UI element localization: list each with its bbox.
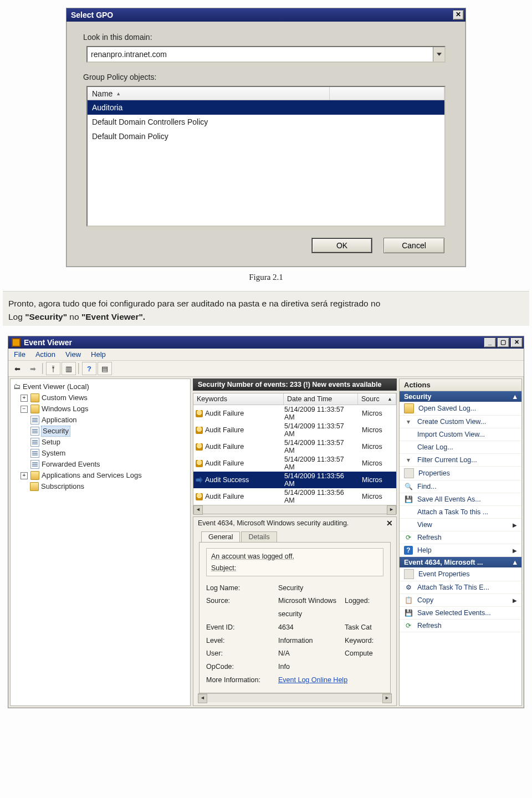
options-icon[interactable]: ▤ (98, 362, 112, 375)
forward-icon[interactable]: ➡ (25, 362, 40, 375)
action-attach-task-event[interactable]: ⚙Attach Task To This E... (400, 581, 521, 594)
list-item[interactable]: Auditoria (88, 100, 444, 115)
tree-item-setup[interactable]: Setup (29, 437, 189, 448)
up-icon[interactable]: ⭱ (46, 362, 60, 375)
section-label: Security (404, 393, 431, 401)
maximize-icon[interactable]: ▢ (497, 337, 509, 347)
action-filter-log[interactable]: ▾Filter Current Log... (400, 454, 521, 467)
help-icon: ? (404, 546, 413, 555)
tree-item-application[interactable]: Application (29, 415, 189, 426)
tree-item-forwarded[interactable]: Forwarded Events (29, 459, 189, 470)
action-help[interactable]: ?Help▶ (400, 544, 521, 557)
expand-icon[interactable]: + (21, 472, 28, 479)
actions-pane: Actions Security ▴ Open Saved Log... ▾Cr… (399, 378, 522, 706)
msg-line: Subject: (211, 562, 378, 574)
nav-tree: 🗂 Event Viewer (Local) + Custom Views − … (10, 378, 191, 706)
field-label: Event ID: (206, 621, 278, 635)
table-row[interactable]: Audit Failure5/14/2009 11:33:57 AMMicros (193, 405, 396, 422)
list-item[interactable]: Default Domain Controllers Policy (88, 115, 444, 129)
expand-icon[interactable]: + (21, 395, 28, 402)
action-refresh-2[interactable]: ⟳Refresh (400, 620, 521, 632)
dialog-title: Select GPO (71, 11, 113, 19)
col-datetime[interactable]: Date and Time (284, 393, 358, 405)
back-icon[interactable]: ⬅ (10, 362, 24, 375)
help-icon[interactable]: ? (82, 362, 96, 375)
view-icon (404, 520, 413, 529)
action-create-custom-view[interactable]: ▾Create Custom View... (400, 416, 521, 428)
cell-source: Micros (359, 459, 396, 468)
col-source[interactable]: Sourc▲ (358, 393, 396, 405)
actions-section-event[interactable]: Event 4634, Microsoft ... ▴ (400, 557, 521, 567)
tree-item-app-services-logs[interactable]: + Applications and Services Logs (19, 470, 189, 481)
action-import-custom-view[interactable]: Import Custom View... (400, 428, 521, 441)
action-view[interactable]: View▶ (400, 519, 521, 531)
action-refresh[interactable]: ⟳Refresh (400, 531, 521, 544)
action-save-all[interactable]: 💾Save All Events As... (400, 493, 521, 506)
import-icon (404, 430, 413, 439)
msg-line: An account was logged off. (211, 551, 378, 562)
close-icon[interactable]: ✕ (386, 519, 393, 528)
action-copy[interactable]: 📋Copy▶ (400, 594, 521, 607)
menu-action[interactable]: Action (35, 350, 55, 359)
action-save-selected[interactable]: 💾Save Selected Events... (400, 607, 521, 620)
action-find[interactable]: 🔍Find... (400, 480, 521, 493)
properties-icon[interactable]: ▥ (62, 362, 76, 375)
minimize-icon[interactable]: _ (484, 337, 496, 347)
ok-button[interactable]: OK (311, 238, 372, 253)
event-detail-pane: Event 4634, Microsoft Windows security a… (193, 516, 397, 706)
table-row[interactable]: Audit Failure5/14/2009 11:33:56 AMMicros (193, 488, 396, 505)
action-label: Filter Current Log... (417, 456, 477, 464)
list-item[interactable]: Default Domain Policy (88, 129, 444, 144)
tree-item-custom-views[interactable]: + Custom Views (19, 392, 189, 403)
gpo-objects-label: Group Policy objects: (83, 73, 449, 81)
action-clear-log[interactable]: Clear Log... (400, 441, 521, 454)
action-open-saved-log[interactable]: Open Saved Log... (400, 402, 521, 416)
cancel-button[interactable]: Cancel (383, 238, 444, 253)
menu-file[interactable]: File (14, 350, 25, 359)
domain-select[interactable]: renanpro.intranet.com (86, 46, 446, 63)
tree-item-security[interactable]: Security (29, 426, 189, 437)
scroll-left-icon[interactable]: ◄ (193, 505, 203, 515)
chevron-down-icon[interactable] (433, 47, 444, 62)
tree-item-windows-logs[interactable]: − Windows Logs (19, 403, 189, 415)
field-label: Level: (206, 635, 278, 648)
field-label: Keyword: (345, 635, 383, 648)
close-icon[interactable]: ✕ (510, 337, 523, 347)
scroll-right-icon[interactable]: ► (387, 505, 396, 515)
table-row[interactable]: Audit Failure5/14/2009 11:33:57 AMMicros (193, 422, 396, 438)
table-row[interactable]: Audit Success5/14/2009 11:33:56 AMMicros (193, 472, 396, 488)
tree-item-system[interactable]: System (29, 448, 189, 459)
tab-general[interactable]: General (201, 531, 240, 542)
section-label: Event 4634, Microsoft ... (404, 559, 483, 566)
close-icon[interactable]: ✕ (453, 10, 464, 20)
table-row[interactable]: Audit Failure5/14/2009 11:33:57 AMMicros (193, 438, 396, 455)
table-row[interactable]: Audit Failure5/14/2009 11:33:57 AMMicros (193, 455, 396, 472)
action-label: Create Custom View... (417, 418, 486, 426)
collapse-icon[interactable]: − (21, 406, 28, 413)
tree-root[interactable]: 🗂 Event Viewer (Local) (12, 381, 189, 392)
actions-section-security[interactable]: Security ▴ (400, 391, 521, 402)
cell-datetime: 5/14/2009 11:33:56 AM (281, 488, 359, 505)
menu-help[interactable]: Help (91, 350, 106, 359)
online-help-link[interactable]: Event Log Online Help (278, 676, 347, 684)
window-titlebar: Event Viewer _ ▢ ✕ (8, 336, 524, 349)
scroll-right-icon[interactable]: ► (382, 694, 392, 703)
action-properties[interactable]: Properties (400, 467, 521, 480)
tree-item-subscriptions[interactable]: Subscriptions (19, 481, 189, 492)
column-name-header[interactable]: Name ▲ (88, 87, 330, 100)
col-keywords[interactable]: Keywords (193, 393, 284, 405)
scroll-left-icon[interactable]: ◄ (198, 694, 207, 703)
h-scrollbar[interactable]: ◄ ► (198, 693, 392, 702)
tree-label: Windows Logs (42, 404, 89, 414)
scroll-up-icon[interactable]: ▲ (387, 396, 392, 402)
menu-view[interactable]: View (65, 350, 81, 359)
action-event-properties[interactable]: Event Properties (400, 567, 521, 581)
chevron-up-icon: ▴ (513, 558, 517, 566)
app-icon (12, 338, 21, 347)
lock-icon (196, 410, 203, 417)
h-scrollbar[interactable]: ◄ ► (193, 505, 396, 514)
col-source-label: Sourc (361, 395, 380, 403)
text-bold: "Event Viewer". (81, 312, 145, 321)
action-attach-task[interactable]: Attach a Task To this ... (400, 506, 521, 519)
tab-details[interactable]: Details (241, 531, 277, 542)
